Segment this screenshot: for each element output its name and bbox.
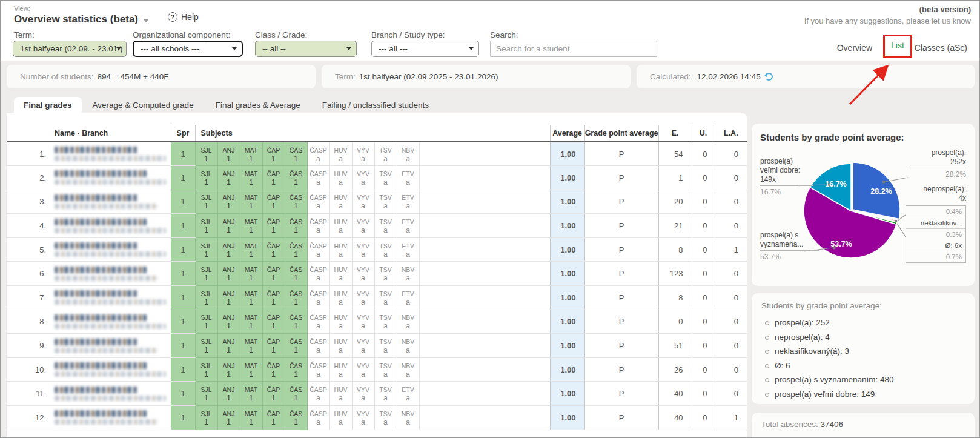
callout-velmi-dobre: prospel(a) veľmi dobre: 149x 16.7% (760, 157, 813, 197)
spr-cell: 1 (171, 214, 195, 238)
subject-cell: ČAP1 (262, 357, 285, 382)
suggestions-note: If you have any suggestions, please let … (804, 16, 971, 25)
subject-cell: SJL1 (195, 237, 217, 262)
table-row[interactable]: 7.1SJL1ANJ1MAT1ČAP1ČAS1ČASPaHUVaVYVaTSVa… (7, 286, 747, 310)
unexcused-cell: 0 (692, 406, 715, 430)
unexcused-cell: 0 (692, 334, 715, 358)
tab-average-computed[interactable]: Average & Computed grade (82, 97, 205, 113)
table-row[interactable]: 6.1SJL1ANJ1MAT1ČAP1ČAS1ČASPaHUVaVYVaTSVa… (7, 262, 747, 286)
pie-label-teal-pct: 16.7% (816, 180, 855, 188)
table-row[interactable]: 12.1SJL1ANJ1MAT1ČAP1ČAS1ČASPaHUVaVYVaTSV… (7, 406, 747, 430)
subject-cell: ČAP1 (262, 334, 285, 358)
unexcused-cell: 0 (692, 142, 715, 166)
subject-cell: ETVa (397, 190, 419, 214)
average-cell: 1.00 (550, 406, 584, 430)
students-count-value: 894 = 454M + 440F (98, 72, 169, 81)
table-row[interactable]: 2.1SJL1ANJ1MAT1ČAP1ČAS1ČASPaHUVaVYVaTSVa… (7, 166, 747, 190)
subject-cell: ČAP1 (262, 190, 285, 214)
unexcused-cell: 0 (692, 214, 715, 238)
tab-classes-asc[interactable]: Classes (aSc) (915, 43, 967, 53)
tab-final-grades[interactable]: Final grades (14, 97, 82, 113)
refresh-icon[interactable] (765, 73, 773, 81)
callout-pct: 53.7% (760, 253, 819, 262)
tab-final-grades-average[interactable]: Final grades & Average (205, 97, 311, 113)
spacer-cell (419, 382, 550, 406)
table-row[interactable]: 5.1SJL1ANJ1MAT1ČAP1ČAS1ČASPaHUVaVYVaTSVa… (7, 237, 747, 262)
gpa-cell: P (584, 190, 658, 214)
pie-label-blue-pct: 28.2% (862, 187, 901, 196)
subject-cell: TSVa (374, 166, 397, 190)
pie-chart-title: Students by grade point average: (760, 132, 966, 142)
row-number: 10. (7, 357, 52, 382)
row-number-header (7, 125, 52, 142)
subject-cell: VYVa (352, 166, 374, 190)
average-cell: 1.00 (550, 237, 584, 262)
subject-cell: ČAS1 (285, 214, 307, 238)
unexcused-cell: 0 (692, 166, 715, 190)
gpa-cell: P (584, 166, 658, 190)
branch-select[interactable]: --- all --- (371, 41, 479, 57)
absences-label: Total absences: (761, 420, 818, 429)
class-select[interactable]: -- all -- (255, 41, 357, 57)
subject-cell: MAT1 (240, 262, 262, 286)
org-select-value: --- all schools --- (141, 44, 200, 53)
subject-cell: NBVa (397, 334, 419, 358)
org-select[interactable]: --- all schools --- (133, 41, 243, 57)
chevron-down-icon (469, 47, 474, 50)
subject-cell: ČASPa (307, 237, 329, 262)
term-select[interactable]: 1st halfyear (02.09. - 23.01.) (13, 41, 127, 57)
spacer-cell (419, 357, 550, 382)
subject-cell: ANJ1 (217, 262, 240, 286)
student-name-redacted (52, 142, 171, 166)
view-label: View: (14, 5, 30, 12)
late-arrivals-cell: 0 (715, 286, 747, 310)
student-name-redacted (52, 262, 171, 286)
spr-cell: 1 (171, 382, 195, 406)
table-row[interactable]: 1.1SJL1ANJ1MAT1ČAP1ČAS1ČASPaHUVaVYVaTSVa… (7, 142, 747, 166)
subject-cell: ČAP1 (262, 166, 285, 190)
subject-cell: HUVa (329, 357, 352, 382)
row-number: 5. (7, 237, 52, 262)
table-row[interactable]: 9.1SJL1ANJ1MAT1ČAP1ČAS1ČASPaHUVaVYVaTSVa… (7, 334, 747, 358)
subject-cell: ČASPa (307, 310, 329, 334)
subject-cell: ČASPa (307, 334, 329, 358)
student-name-redacted (52, 334, 171, 358)
subject-cell: SJL1 (195, 190, 217, 214)
late-arrivals-cell: 0 (715, 166, 747, 190)
subject-cell: TSVa (374, 237, 397, 262)
help-label: Help (181, 12, 199, 22)
tab-list[interactable]: List (891, 41, 904, 50)
gpa-cell: P (584, 214, 658, 238)
subject-cell: MAT1 (240, 406, 262, 430)
page-title[interactable]: Overview statistics (beta) (14, 13, 149, 25)
table-row[interactable]: 11.1SJL1ANJ1MAT1ČAP1ČAS1ČASPaHUVaVYVaTSV… (7, 382, 747, 406)
table-row[interactable]: 3.1SJL1ANJ1MAT1ČAP1ČAS1ČASPaHUVaVYVaTSVa… (7, 190, 747, 214)
table-row[interactable]: 8.1SJL1ANJ1MAT1ČAP1ČAS1ČASPaHUVaVYVaTSVa… (7, 310, 747, 334)
summary-title: Students by grade point average: (761, 301, 965, 310)
tab-failing-unclassified[interactable]: Failing / unclassified students (311, 97, 440, 113)
subject-cell: ČAP1 (262, 262, 285, 286)
gpa-pie-card: Students by grade point average: (752, 124, 975, 286)
subject-cell: ANJ1 (217, 357, 240, 382)
search-input[interactable] (490, 41, 657, 57)
excused-cell: 21 (658, 214, 692, 238)
average-cell: 1.00 (550, 286, 584, 310)
late-arrivals-cell: 1 (715, 406, 747, 430)
gpa-pie-chart: 16.7% 28.2% 53.7% prospel(a) veľmi dobre… (760, 147, 966, 271)
late-arrivals-cell: 0 (715, 310, 747, 334)
subject-cell: SJL1 (195, 166, 217, 190)
row-number: 9. (7, 334, 52, 358)
summary-list-item: prospel(a): 252 (761, 316, 965, 330)
subject-cell: HUVa (329, 214, 352, 238)
table-row[interactable]: 10.1SJL1ANJ1MAT1ČAP1ČAS1ČASPaHUVaVYVaTSV… (7, 357, 747, 382)
tab-overview[interactable]: Overview (837, 43, 872, 53)
subject-cell: ANJ1 (217, 190, 240, 214)
subject-cell: ČAP1 (262, 310, 285, 334)
excused-cell: 26 (658, 357, 692, 382)
student-name-redacted (52, 237, 171, 262)
help-button[interactable]: ? Help (168, 12, 199, 22)
late-arrivals-cell: 0 (715, 262, 747, 286)
excused-cell: 8 (658, 237, 692, 262)
table-row[interactable]: 4.1SJL1ANJ1MAT1ČAP1ČAS1ČASPaHUVaVYVaTSVa… (7, 214, 747, 238)
callout-pct: 0.3% (906, 228, 965, 240)
